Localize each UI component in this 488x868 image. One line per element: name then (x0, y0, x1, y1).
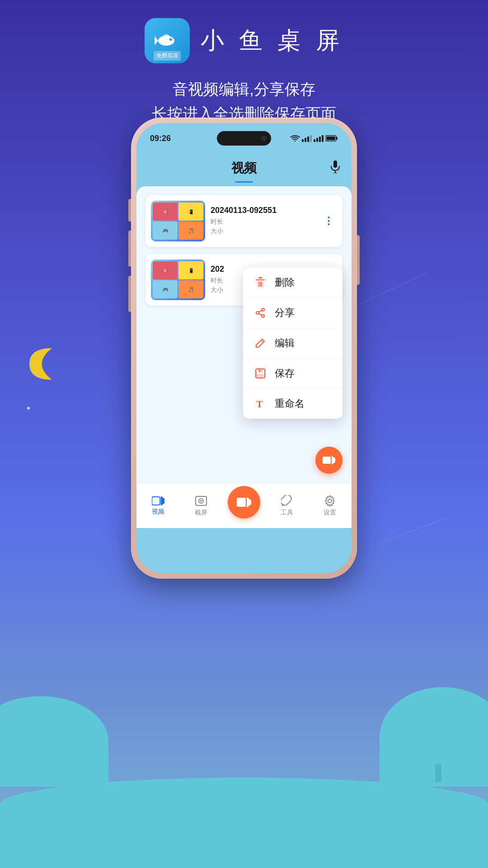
page-title: 视频 (231, 160, 257, 177)
mic-button[interactable] (330, 160, 341, 176)
nav-label-video: 视频 (152, 508, 164, 516)
nav-screenshot-icon (195, 495, 207, 507)
phone-power (357, 235, 360, 285)
phone-mockup: 09:26 (131, 118, 357, 579)
svg-point-0 (158, 36, 174, 46)
svg-rect-7 (310, 135, 312, 142)
thumb-cell: 🎮 (153, 280, 178, 298)
phone-volume-up (128, 199, 131, 222)
app-icon-badge: 免费高清 (154, 51, 181, 61)
menu-label-rename: 重命名 (275, 397, 305, 410)
svg-point-24 (256, 311, 259, 314)
record-nav-icon (237, 497, 251, 508)
svg-rect-8 (314, 139, 315, 142)
nav-label-settings: 设置 (324, 509, 336, 517)
record-fab[interactable] (315, 447, 343, 474)
thumb-cell: 🎵 (178, 222, 203, 240)
phone-screen: 09:26 (136, 123, 352, 573)
nav-label-tools: 工具 (281, 509, 293, 517)
front-camera (261, 136, 267, 141)
app-title: 小 鱼 桌 屏 (201, 25, 344, 57)
thumb-cell: 📱 (178, 261, 203, 279)
app-nav-header: 视频 (136, 150, 352, 186)
nav-video-icon (152, 496, 164, 506)
menu-label-edit: 编辑 (275, 336, 295, 350)
svg-point-2 (169, 38, 172, 41)
title-underline (235, 181, 253, 183)
thumb-cell: 📱 (178, 203, 203, 221)
share-icon (254, 307, 267, 319)
battery-icon (325, 135, 338, 142)
nav-item-record[interactable] (222, 486, 265, 526)
nav-item-screenshot[interactable]: 截屏 (179, 495, 222, 517)
menu-item-rename[interactable]: T 重命名 (243, 389, 343, 419)
svg-rect-10 (319, 137, 321, 142)
svg-point-40 (200, 500, 202, 502)
context-menu: 删除 分享 (243, 268, 343, 419)
menu-label-delete: 删除 (275, 276, 295, 289)
menu-item-share[interactable]: 分享 (243, 298, 343, 328)
bg-hill-left (0, 696, 108, 787)
nav-item-tools[interactable]: 工具 (266, 495, 309, 517)
app-icon: 免费高清 (145, 18, 190, 63)
svg-rect-32 (257, 374, 264, 377)
svg-rect-36 (152, 497, 160, 505)
video-info-1: 20240113-092551 时长 大小 (205, 206, 320, 237)
svg-line-28 (261, 340, 263, 343)
edit-icon (254, 337, 267, 349)
record-fab-icon (323, 455, 335, 465)
svg-marker-1 (155, 36, 158, 45)
svg-marker-42 (247, 497, 251, 508)
video-name-1: 20240113-092551 (211, 206, 314, 215)
page-header: 免费高清 小 鱼 桌 屏 音视频编辑,分享保存 长按进入全选删除保存页面 (0, 0, 488, 126)
svg-point-25 (262, 315, 264, 317)
nav-item-video[interactable]: 视频 (136, 496, 179, 516)
nav-item-settings[interactable]: 设置 (309, 495, 352, 517)
menu-item-save[interactable]: 保存 (243, 359, 343, 389)
menu-item-delete[interactable]: 删除 (243, 268, 343, 298)
svg-rect-5 (305, 138, 306, 142)
svg-rect-31 (259, 370, 260, 372)
thumb-cell: 🎯 (153, 261, 178, 279)
svg-point-3 (171, 38, 172, 39)
deco-line-1 (352, 273, 427, 308)
phone-volume-down (128, 231, 131, 267)
content-area: 🎯 📱 🎮 🎵 (136, 186, 352, 528)
svg-rect-14 (326, 137, 335, 140)
rename-icon: T (254, 397, 267, 410)
bottom-nav: 视频 截屏 (136, 483, 352, 528)
svg-rect-4 (302, 139, 304, 142)
delete-icon (254, 276, 267, 289)
svg-marker-35 (332, 456, 335, 465)
bg-tree (416, 719, 461, 782)
svg-rect-6 (307, 137, 309, 142)
video-thumb-2: 🎯 📱 🎮 🎵 (151, 259, 205, 300)
phone-outer: 09:26 (131, 118, 357, 579)
menu-item-edit[interactable]: 编辑 (243, 328, 343, 359)
svg-rect-41 (237, 498, 246, 507)
microphone-icon (330, 160, 341, 173)
deco-line-2 (380, 518, 448, 543)
nav-tools-icon (281, 495, 293, 507)
nav-settings-icon (324, 495, 336, 507)
video-more-btn-1[interactable]: ⋮ (320, 212, 337, 231)
video-duration-1: 时长 (211, 218, 314, 226)
bg-ground (0, 778, 488, 868)
fish-icon (155, 31, 180, 51)
thumb-cell: 🎵 (178, 280, 203, 298)
save-icon (254, 367, 267, 380)
menu-label-save: 保存 (275, 367, 295, 380)
svg-point-44 (328, 499, 332, 503)
svg-rect-9 (316, 138, 318, 142)
svg-rect-15 (333, 160, 337, 168)
svg-rect-13 (336, 137, 338, 140)
svg-marker-37 (161, 496, 164, 506)
svg-line-26 (259, 310, 262, 312)
dynamic-island (217, 131, 271, 146)
wifi-icon (290, 135, 300, 142)
record-center-btn[interactable] (228, 486, 260, 519)
svg-rect-11 (322, 135, 324, 142)
svg-line-27 (259, 313, 262, 315)
app-logo-row: 免费高清 小 鱼 桌 屏 (145, 18, 344, 63)
thumb-cell: 🎮 (153, 222, 178, 240)
